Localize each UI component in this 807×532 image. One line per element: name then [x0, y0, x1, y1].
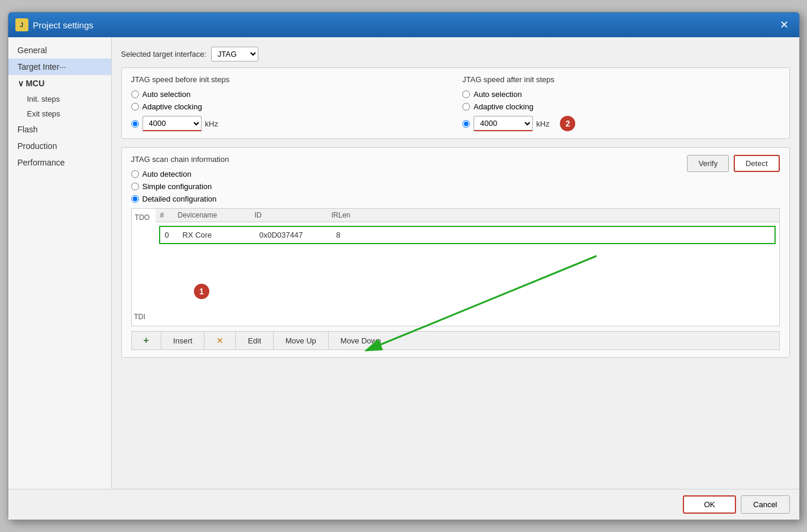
annotation-circle-2: 2: [560, 116, 575, 131]
speed-before-adaptive-row: Adaptive clocking: [131, 102, 449, 111]
tdi-label: TDI: [132, 310, 153, 323]
speed-before-auto-radio[interactable]: [131, 90, 139, 98]
speed-before-dropdown[interactable]: 4000 2000 1000: [142, 116, 202, 131]
sidebar: General Target Inter··· ∨ MCU Init. step…: [8, 37, 112, 489]
scan-detailed-radio[interactable]: [131, 195, 139, 203]
chain-table-outer: TDO TDI # Devicename ID IRLen: [131, 208, 780, 326]
chain-table-inner: # Devicename ID IRLen 0 RX Core 0x0D0374…: [155, 209, 779, 326]
tdo-label: TDO: [132, 211, 153, 224]
verify-button[interactable]: Verify: [687, 155, 729, 172]
add-button[interactable]: +: [132, 332, 161, 349]
scan-chain-header: JTAG scan chain information Auto detecti…: [131, 155, 780, 203]
sidebar-item-mcu[interactable]: ∨ MCU: [8, 75, 111, 92]
interface-dropdown[interactable]: JTAG SWD: [211, 47, 258, 61]
move-up-button[interactable]: Move Up: [274, 332, 329, 349]
speed-after-fixed-radio[interactable]: [462, 120, 470, 128]
scan-chain-section: JTAG scan chain information Auto detecti…: [121, 147, 790, 358]
sidebar-item-init-steps[interactable]: Init. steps: [8, 92, 111, 106]
scan-auto-row: Auto detection: [131, 170, 229, 179]
main-content-wrapper: Selected target interface: JTAG SWD JTAG…: [112, 37, 799, 489]
chain-row-name: RX Core: [183, 231, 260, 239]
col-header-irlen: IRLen: [332, 211, 373, 219]
speed-after-adaptive-radio[interactable]: [462, 103, 470, 111]
delete-button[interactable]: ✕: [205, 332, 236, 349]
speed-after-auto-radio[interactable]: [462, 90, 470, 98]
speed-after-speed-row: 4000 2000 1000 kHz 2: [462, 116, 780, 131]
sidebar-item-target-interface[interactable]: Target Inter···: [8, 59, 111, 75]
speed-after-adaptive-row: Adaptive clocking: [462, 102, 780, 111]
tdo-tdi-labels: TDO TDI: [132, 209, 155, 326]
dialog-body: General Target Inter··· ∨ MCU Init. step…: [8, 37, 799, 489]
scan-simple-row: Simple configuration: [131, 182, 229, 191]
jtag-speed-section: JTAG speed before init steps Auto select…: [121, 67, 790, 139]
sidebar-item-flash[interactable]: Flash: [8, 121, 111, 138]
speed-after-title: JTAG speed after init steps: [462, 75, 780, 84]
chain-row-irlen: 8: [336, 231, 378, 239]
chain-row-num: 0: [165, 231, 183, 239]
title-bar-left: J Project settings: [15, 18, 94, 31]
interface-selector-row: Selected target interface: JTAG SWD: [121, 47, 790, 61]
chain-row-id: 0x0D037447: [260, 231, 336, 239]
interface-label: Selected target interface:: [121, 50, 207, 59]
main-content: Selected target interface: JTAG SWD JTAG…: [112, 37, 799, 489]
insert-button[interactable]: Insert: [161, 332, 205, 349]
detect-button[interactable]: Detect: [734, 155, 780, 172]
annotation-2-wrapper: 2: [560, 116, 575, 131]
chain-table-header: # Devicename ID IRLen: [155, 209, 779, 222]
scan-chain-radio-group: Auto detection Simple configuration Deta…: [131, 170, 229, 203]
title-bar: J Project settings ✕: [8, 12, 799, 37]
dialog-footer: OK Cancel: [8, 489, 799, 520]
sidebar-item-performance[interactable]: Performance: [8, 154, 111, 171]
scan-simple-label[interactable]: Simple configuration: [142, 182, 212, 191]
speed-before-unit: kHz: [205, 119, 218, 128]
scan-auto-label[interactable]: Auto detection: [142, 170, 192, 179]
speed-before-auto-row: Auto selection: [131, 90, 449, 99]
sidebar-item-exit-steps[interactable]: Exit steps: [8, 106, 111, 121]
scan-detailed-row: Detailed configuration: [131, 194, 229, 203]
speed-before-speed-row: 4000 2000 1000 kHz: [131, 116, 449, 131]
ok-button[interactable]: OK: [683, 495, 736, 514]
speed-after-auto-row: Auto selection: [462, 90, 780, 99]
jtag-speed-two-col: JTAG speed before init steps Auto select…: [131, 75, 780, 131]
edit-button[interactable]: Edit: [236, 332, 273, 349]
speed-before-fixed-radio[interactable]: [131, 120, 139, 128]
app-icon: J: [15, 18, 28, 31]
dialog-title: Project settings: [33, 20, 94, 30]
scan-chain-title: JTAG scan chain information: [131, 155, 229, 164]
cancel-button[interactable]: Cancel: [741, 495, 789, 514]
speed-after-auto-label[interactable]: Auto selection: [474, 90, 522, 99]
scan-auto-radio[interactable]: [131, 170, 139, 178]
speed-before-adaptive-label[interactable]: Adaptive clocking: [142, 102, 202, 111]
speed-after-radio-group: Auto selection Adaptive clocking: [462, 90, 780, 111]
col-header-hash: #: [160, 211, 178, 219]
speed-after-col: JTAG speed after init steps Auto selecti…: [462, 75, 780, 131]
scan-chain-left: JTAG scan chain information Auto detecti…: [131, 155, 229, 203]
sidebar-item-general[interactable]: General: [8, 42, 111, 59]
col-header-name: Devicename: [178, 211, 255, 219]
speed-before-col: JTAG speed before init steps Auto select…: [131, 75, 449, 131]
scan-simple-radio[interactable]: [131, 183, 139, 190]
speed-after-adaptive-label[interactable]: Adaptive clocking: [474, 102, 533, 111]
speed-before-adaptive-radio[interactable]: [131, 103, 139, 111]
move-down-button[interactable]: Move Down: [329, 332, 393, 349]
scan-chain-buttons: Verify Detect: [687, 155, 779, 172]
action-buttons: + Insert ✕ Edit Move Up Move Down: [131, 331, 780, 350]
close-button[interactable]: ✕: [776, 17, 792, 33]
speed-before-radio-group: Auto selection Adaptive clocking: [131, 90, 449, 111]
speed-after-dropdown[interactable]: 4000 2000 1000: [474, 116, 533, 131]
speed-after-unit: kHz: [536, 119, 549, 128]
speed-before-auto-label[interactable]: Auto selection: [142, 90, 191, 99]
chain-empty-space: [155, 248, 779, 326]
scan-detailed-label[interactable]: Detailed configuration: [142, 194, 217, 203]
speed-before-title: JTAG speed before init steps: [131, 75, 449, 84]
chain-data-row-0[interactable]: 0 RX Core 0x0D037447 8: [159, 226, 776, 244]
sidebar-item-production[interactable]: Production: [8, 138, 111, 154]
col-header-id: ID: [255, 211, 332, 219]
project-settings-dialog: J Project settings ✕ General Target Inte…: [8, 12, 800, 520]
